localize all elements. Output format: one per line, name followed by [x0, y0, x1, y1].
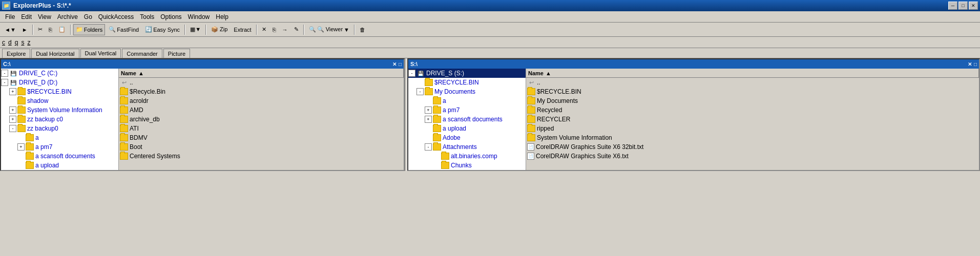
right-tree-item-ascansoft[interactable]: + a scansoft documents — [408, 115, 526, 124]
right-file-item-corelx6[interactable]: 📄 CorelDRAW Graphics Suite X6.txt — [526, 152, 979, 161]
zip-button[interactable]: 📦 Zip — [208, 24, 230, 35]
file-item-boot[interactable]: Boot — [119, 142, 404, 152]
addr-shortcut-c[interactable]: c — [2, 39, 5, 46]
addr-shortcut-d[interactable]: d — [8, 39, 12, 46]
folders-icon: 📁 — [76, 26, 83, 33]
file-item-ati[interactable]: ATI — [119, 124, 404, 133]
menu-help[interactable]: Help — [213, 12, 232, 22]
right-tree-item-aupload[interactable]: a upload — [408, 124, 526, 133]
copy-button[interactable]: ⎘ — [46, 24, 55, 35]
title-bar-controls: ─ □ ✕ — [948, 2, 978, 10]
file-item-centered-systems[interactable]: Centered Systems — [119, 152, 404, 161]
file-item-up[interactable]: ↩ .. — [119, 78, 404, 87]
tree-item-sysvolinfo[interactable]: + System Volume Information — [1, 105, 118, 115]
menu-quickaccess[interactable]: QuickAccess — [95, 12, 137, 22]
right-tree-item-mydocs[interactable]: - My Documents — [408, 87, 526, 96]
right-file-item-corel32[interactable]: 📄 CorelDRAW Graphics Suite X6 32bit.txt — [526, 142, 979, 152]
trash-button[interactable]: 🗑 — [357, 24, 368, 35]
right-file-item-recyclebin[interactable]: $RECYCLE.BIN — [526, 87, 979, 96]
left-pane-close-icon[interactable]: ✕ — [392, 61, 397, 67]
file-item-archivedb[interactable]: archive_db — [119, 115, 404, 124]
folders-button[interactable]: 📁 Folders — [73, 24, 106, 35]
right-tree-item-a[interactable]: a — [408, 96, 526, 105]
right-pane-max-icon[interactable]: □ — [974, 61, 977, 67]
right-file-item-ripped[interactable]: ripped — [526, 124, 979, 133]
right-file-item-recycler[interactable]: RECYCLER — [526, 115, 979, 124]
tab-commander[interactable]: Commander — [122, 49, 162, 58]
tree-item-aupload[interactable]: a upload — [1, 161, 118, 170]
file-item-bdmv[interactable]: BDMV — [119, 133, 404, 142]
tree-item-drive-c[interactable]: - 💾 DRIVE_C (C:) — [1, 69, 118, 78]
expand-zzbackup0[interactable]: - — [9, 125, 16, 132]
menu-file[interactable]: File — [2, 12, 18, 22]
tree-item-zzbackup0[interactable]: - zz backup0 — [1, 124, 118, 133]
view-button[interactable]: ▦▼ — [187, 24, 203, 35]
tree-item-recycle-bin[interactable]: + $RECYCLE.BIN — [1, 87, 118, 96]
forward-button[interactable]: ► — [19, 24, 30, 35]
fastfind-button[interactable]: 🔍 FastFind — [106, 24, 141, 35]
right-pane-close-icon[interactable]: ✕ — [968, 61, 972, 67]
expand-apm7[interactable]: + — [17, 143, 25, 151]
tree-item-a[interactable]: a — [1, 133, 118, 142]
addr-shortcut-s[interactable]: s — [21, 39, 24, 46]
paste-button[interactable]: 📋 — [56, 24, 68, 35]
right-tree-item-recyclebin[interactable]: $RECYCLE.BIN — [408, 78, 526, 87]
delete-button[interactable]: ✕ — [259, 24, 269, 35]
menu-go[interactable]: Go — [81, 12, 95, 22]
right-tree-item-apm7[interactable]: + a pm7 — [408, 105, 526, 115]
addr-shortcut-q[interactable]: q — [15, 39, 18, 46]
right-file-item-recycled[interactable]: Recycled — [526, 105, 979, 115]
expand-sysvolinfo[interactable]: + — [9, 106, 16, 114]
move-button[interactable]: → — [280, 24, 290, 35]
right-expand-ascansoft[interactable]: + — [425, 116, 432, 123]
tree-item-ascansoft[interactable]: a scansoft documents — [1, 152, 118, 161]
rename-button[interactable]: ✎ — [291, 24, 301, 35]
right-tree-item-altbin[interactable]: alt.binaries.comp — [408, 152, 526, 161]
cut-button[interactable]: ✂ — [35, 24, 45, 35]
tree-item-drive-d[interactable]: - 💾 DRIVE_D (D:) — [1, 78, 118, 87]
expand-drive-d[interactable]: - — [1, 79, 8, 86]
easysync-button[interactable]: 🔄 Easy Sync — [142, 24, 182, 35]
expand-drive-c[interactable]: - — [1, 70, 8, 77]
tree-item-shadow[interactable]: shadow — [1, 96, 118, 105]
minimize-button[interactable]: ─ — [948, 2, 957, 10]
right-tree-item-adobe[interactable]: Adobe — [408, 133, 526, 142]
menu-archive[interactable]: Archive — [54, 12, 81, 22]
file-item-amd[interactable]: AMD — [119, 105, 404, 115]
tab-dual-vertical[interactable]: Dual Vertical — [80, 49, 121, 58]
menu-view[interactable]: View — [35, 12, 54, 22]
right-tree-item-attachments[interactable]: - Attachments — [408, 142, 526, 152]
right-expand-attachments[interactable]: - — [425, 143, 432, 151]
file-item-acroldr[interactable]: acroldr — [119, 96, 404, 105]
right-expand-apm7[interactable]: + — [425, 106, 432, 114]
tree-item-zzbackupc0[interactable]: + zz backup c0 — [1, 115, 118, 124]
menu-window[interactable]: Window — [185, 12, 213, 22]
expand-zzbackupc0[interactable]: + — [9, 116, 16, 123]
file-item-recycle-bin[interactable]: $Recycle.Bin — [119, 87, 404, 96]
viewer-button[interactable]: 🔍 🔍 Viewer ▼ — [306, 24, 352, 35]
tab-picture[interactable]: Picture — [163, 49, 190, 58]
tab-dual-horizontal[interactable]: Dual Horizontal — [31, 49, 79, 58]
tree-item-drive-s[interactable]: - 💾 DRIVE_S (S:) — [408, 69, 526, 78]
right-expand-mydocs[interactable]: - — [416, 88, 424, 95]
addr-shortcut-z[interactable]: z — [27, 39, 30, 46]
menu-options[interactable]: Options — [157, 12, 184, 22]
right-file-item-sysvolinfo[interactable]: System Volume Information — [526, 133, 979, 142]
right-tree-item-chunks[interactable]: Chunks — [408, 161, 526, 170]
right-file-item-up[interactable]: ↩ .. — [526, 78, 979, 87]
right-file-item-mydocs[interactable]: My Documents — [526, 96, 979, 105]
copy2-button[interactable]: ⎘ — [270, 24, 279, 35]
tree-item-apm7[interactable]: + a pm7 — [1, 142, 118, 152]
expand-drive-s[interactable]: - — [408, 70, 415, 77]
left-pane-max-icon[interactable]: □ — [399, 61, 402, 67]
expand-recycle-bin[interactable]: + — [9, 88, 16, 95]
left-name-col-header[interactable]: Name ▲ — [119, 69, 404, 77]
extract-button[interactable]: Extract — [231, 24, 254, 35]
back-button[interactable]: ◄▼ — [2, 24, 18, 35]
maximize-button[interactable]: □ — [958, 2, 968, 10]
right-name-col-header[interactable]: Name ▲ — [526, 69, 979, 77]
close-button[interactable]: ✕ — [969, 2, 978, 10]
menu-tools[interactable]: Tools — [137, 12, 157, 22]
tab-explore[interactable]: Explore — [2, 49, 30, 58]
menu-edit[interactable]: Edit — [18, 12, 35, 22]
